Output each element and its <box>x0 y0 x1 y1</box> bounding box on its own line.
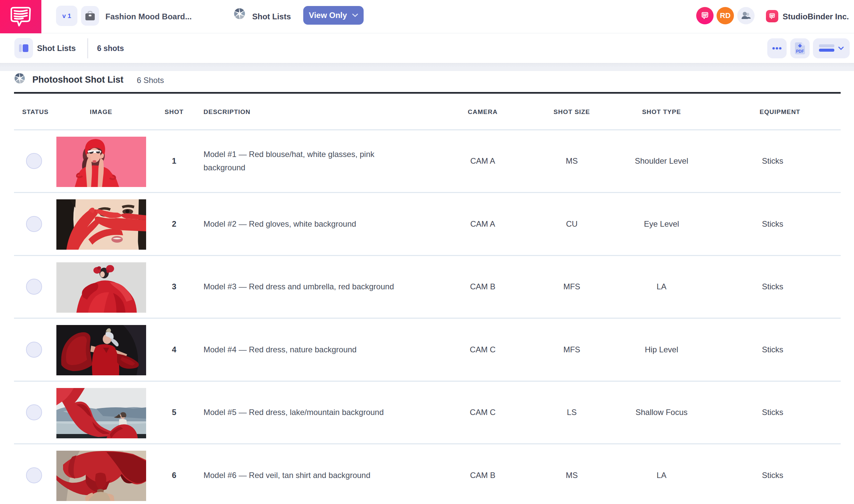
svg-text:PDF: PDF <box>796 49 804 54</box>
